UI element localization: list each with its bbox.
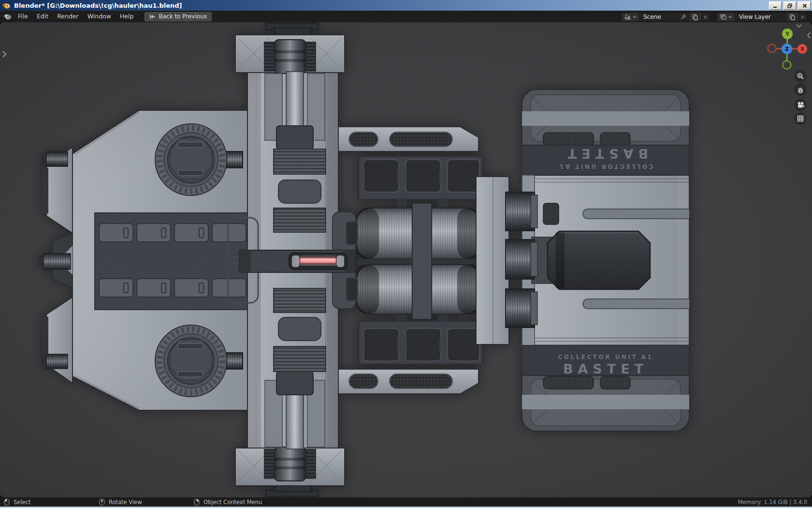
hint-context-menu-label: Object Context Menu xyxy=(203,499,262,506)
view-layer-name-field[interactable]: View Layer xyxy=(735,13,786,21)
view-layer-new-button[interactable] xyxy=(786,13,798,21)
restore-icon xyxy=(787,3,793,8)
ship-connector-pipes[interactable] xyxy=(506,192,537,328)
hint-context-menu: Object Context Menu xyxy=(194,497,262,507)
scene-browse-button[interactable] xyxy=(622,13,639,21)
view-layer-icon xyxy=(720,14,727,20)
camera-view-button[interactable] xyxy=(794,99,807,111)
decal-name-bottom: BASTET xyxy=(563,361,648,376)
menu-help[interactable]: Help xyxy=(116,11,138,22)
cargo-block-tray-top[interactable] xyxy=(359,156,482,199)
menubar: File Edit Render Window Help Back to Pre… xyxy=(0,11,812,22)
gizmo-y-label: Y xyxy=(785,31,789,37)
ship-claw-section[interactable] xyxy=(39,110,248,410)
decal-name-top: BASTET xyxy=(563,146,648,161)
close-button[interactable] xyxy=(798,1,811,10)
zoom-tool-button[interactable] xyxy=(794,70,807,82)
left-mouse-icon xyxy=(4,498,10,506)
viewport-3d[interactable]: COLLECTOR UNIT A1 BASTET xyxy=(0,22,812,497)
ship-core-light[interactable] xyxy=(239,250,355,272)
scene-name-field[interactable]: Scene xyxy=(639,13,678,21)
hint-rotate-view-label: Rotate View xyxy=(109,499,142,506)
gizmo-axis-negy[interactable] xyxy=(783,61,791,69)
blender-window: Blender* [G:\Downloads\!cg\hauler\hau1.b… xyxy=(0,0,812,508)
hint-select-label: Select xyxy=(14,499,30,506)
hint-select: Select xyxy=(4,497,30,507)
toggle-perspective-grid-button[interactable] xyxy=(794,112,807,125)
ship-collector-module[interactable]: COLLECTOR UNIT A1 BASTET xyxy=(522,90,699,431)
ship-cargo-deck[interactable] xyxy=(338,127,509,394)
view-layer-selector: View Layer xyxy=(717,12,808,22)
gizmo-axis-negx[interactable] xyxy=(768,45,776,53)
menu-edit[interactable]: Edit xyxy=(32,11,53,22)
scene-icon xyxy=(624,14,631,20)
scene-pin-button[interactable] xyxy=(678,13,689,21)
cargo-block-tray-bottom[interactable] xyxy=(359,321,482,364)
scene-selector: Scene xyxy=(621,12,710,22)
close-x-icon xyxy=(703,15,708,19)
blender-logo-icon xyxy=(2,1,11,10)
decal-unit-bottom: COLLECTOR UNIT A1 xyxy=(558,354,653,360)
back-to-previous-button[interactable]: Back to Previous xyxy=(145,12,212,21)
hand-icon xyxy=(797,86,804,93)
minimize-icon xyxy=(773,4,778,8)
middle-mouse-icon xyxy=(99,498,105,506)
decal-band-top-inverted: COLLECTOR UNIT A1 BASTET xyxy=(558,146,653,170)
chevron-down-icon xyxy=(728,15,732,18)
right-mouse-icon xyxy=(194,498,200,506)
toolbar-expand-chevron-icon[interactable] xyxy=(1,49,8,59)
gizmo-z-label: Z xyxy=(785,46,789,52)
hint-rotate-view: Rotate View xyxy=(99,497,142,507)
view-layer-remove-button[interactable] xyxy=(798,13,807,21)
duplicate-icon xyxy=(692,14,698,20)
camera-icon xyxy=(797,101,805,109)
menu-window[interactable]: Window xyxy=(83,11,116,22)
memory-status: Memory: 1.14 GiB | 3.4.0 xyxy=(738,497,807,507)
ship-model[interactable]: COLLECTOR UNIT A1 BASTET xyxy=(0,22,812,497)
scene-unlink-button[interactable] xyxy=(701,13,710,21)
close-x-icon xyxy=(800,15,805,19)
minimize-button[interactable] xyxy=(769,1,782,10)
chevron-down-icon xyxy=(633,15,637,18)
duplicate-icon xyxy=(789,14,796,20)
scene-new-button[interactable] xyxy=(689,13,701,21)
view-layer-browse-button[interactable] xyxy=(717,13,735,21)
module-handle-block[interactable] xyxy=(548,231,650,289)
close-icon xyxy=(802,3,807,8)
menu-file[interactable]: File xyxy=(14,11,32,22)
decal-unit-top: COLLECTOR UNIT A1 xyxy=(558,163,653,170)
pin-icon xyxy=(680,14,686,20)
statusbar: Select Rotate View Object Context Menu M… xyxy=(0,497,812,507)
titlebar: Blender* [G:\Downloads\!cg\hauler\hau1.b… xyxy=(0,0,812,11)
grid-icon xyxy=(797,115,804,122)
window-title: Blender* [G:\Downloads\!cg\hauler\hau1.b… xyxy=(14,2,182,9)
app-blender-menu-icon[interactable] xyxy=(4,13,12,20)
magnifier-plus-icon xyxy=(797,72,804,80)
pan-tool-button[interactable] xyxy=(794,83,807,96)
menu-render[interactable]: Render xyxy=(53,11,83,22)
navigation-gizmo[interactable]: Y X Z xyxy=(762,24,812,73)
restore-button[interactable] xyxy=(783,1,797,10)
back-to-previous-label: Back to Previous xyxy=(159,13,207,20)
glow-bar xyxy=(300,258,336,263)
back-arrow-icon xyxy=(149,14,156,19)
tank-strap[interactable] xyxy=(412,203,432,319)
gizmo-x-label: X xyxy=(800,46,804,52)
